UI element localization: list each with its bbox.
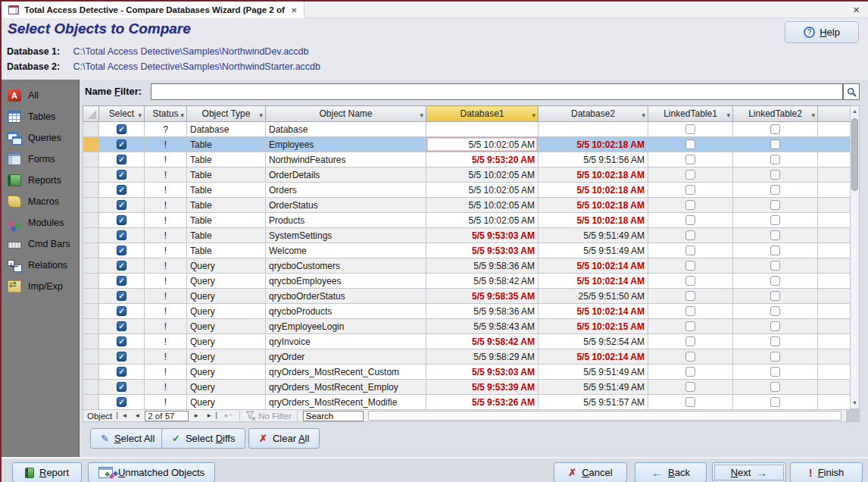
chevron-down-icon[interactable]: ▾ [642, 108, 645, 122]
object-name-cell[interactable]: qryInvoice [266, 334, 426, 349]
linkedtable2-cell[interactable] [733, 183, 818, 198]
linkedtable1-checkbox[interactable] [685, 185, 695, 195]
linkedtable2-cell[interactable] [733, 243, 818, 258]
select-checkbox[interactable] [117, 185, 126, 195]
select-diffs-button[interactable]: ✓ Select Diffs [161, 428, 245, 449]
database2-cell[interactable]: 5/5 9:51:49 AM [539, 228, 648, 243]
back-button[interactable]: ← Back [635, 462, 707, 482]
sidebar-item-forms[interactable]: Forms [2, 149, 79, 170]
linkedtable2-checkbox[interactable] [770, 367, 780, 377]
row-selector[interactable] [83, 319, 99, 334]
database2-cell[interactable]: 5/5 10:02:14 AM [539, 304, 648, 319]
object-name-cell[interactable]: NorthwindFeatures [266, 152, 426, 167]
linkedtable1-cell[interactable] [648, 274, 733, 289]
linkedtable2-checkbox[interactable] [770, 306, 780, 316]
object-name-cell[interactable]: Products [266, 213, 426, 228]
database2-cell[interactable]: 5/5 9:51:56 AM [539, 152, 648, 167]
chevron-down-icon[interactable]: ▾ [180, 108, 184, 122]
column-header-object-type[interactable]: Object Type▾ [187, 106, 266, 122]
select-cell[interactable] [99, 334, 145, 349]
chevron-down-icon[interactable]: ▾ [726, 108, 730, 122]
database1-cell[interactable]: 5/5 10:02:05 AM [426, 183, 539, 198]
next-button[interactable]: Next → [712, 462, 786, 482]
report-button[interactable]: Report [12, 462, 82, 482]
linkedtable2-checkbox[interactable] [770, 276, 780, 286]
linkedtable1-checkbox[interactable] [685, 215, 695, 225]
linkedtable2-checkbox[interactable] [770, 382, 780, 392]
linkedtable2-cell[interactable] [733, 122, 818, 137]
select-cell[interactable] [99, 213, 145, 228]
linkedtable2-cell[interactable] [733, 334, 818, 349]
object-name-cell[interactable]: qrycboEmployees [266, 274, 426, 289]
select-checkbox[interactable] [117, 276, 126, 286]
linkedtable1-checkbox[interactable] [685, 124, 695, 134]
linkedtable1-cell[interactable] [648, 198, 733, 213]
sidebar-item-all[interactable]: All [2, 85, 79, 106]
linkedtable2-checkbox[interactable] [770, 200, 780, 210]
linkedtable2-checkbox[interactable] [770, 261, 780, 271]
row-selector[interactable] [83, 152, 99, 167]
row-selector[interactable] [83, 258, 99, 274]
column-header-linkedtable2[interactable]: LinkedTable2▾ [733, 106, 818, 122]
select-all-button[interactable]: ✎ Select All [90, 428, 165, 449]
linkedtable2-checkbox[interactable] [770, 124, 780, 134]
database1-cell[interactable]: 5/5 10:02:05 AM [426, 137, 539, 152]
database2-cell[interactable]: 5/5 10:02:18 AM [539, 198, 648, 213]
row-selector[interactable] [83, 198, 99, 213]
sidebar-item-cmdbars[interactable]: Cmd Bars [2, 233, 79, 255]
tab-close-icon[interactable]: × [291, 5, 297, 15]
window-close-icon[interactable]: × [853, 4, 860, 15]
select-cell[interactable] [99, 122, 145, 137]
linkedtable2-checkbox[interactable] [770, 185, 780, 195]
linkedtable2-cell[interactable] [733, 319, 818, 334]
sidebar-item-macros[interactable]: Macros [2, 191, 79, 212]
select-checkbox[interactable] [117, 352, 126, 362]
linkedtable1-cell[interactable] [648, 213, 733, 228]
linkedtable2-checkbox[interactable] [770, 336, 780, 346]
object-name-cell[interactable]: OrderStatus [266, 198, 426, 213]
linkedtable2-checkbox[interactable] [770, 215, 780, 225]
sidebar-item-relations[interactable]: Relations [2, 255, 79, 276]
select-checkbox[interactable] [117, 124, 126, 134]
linkedtable1-cell[interactable] [648, 380, 733, 395]
linkedtable2-cell[interactable] [733, 167, 818, 183]
row-selector[interactable] [83, 183, 99, 198]
linkedtable2-cell[interactable] [733, 213, 818, 228]
sidebar-item-impexp[interactable]: Imp/Exp [2, 276, 79, 297]
select-cell[interactable] [99, 319, 145, 334]
select-checkbox[interactable] [117, 170, 126, 180]
linkedtable1-checkbox[interactable] [685, 246, 695, 255]
database2-cell[interactable]: 5/5 10:02:14 AM [539, 274, 648, 289]
linkedtable1-checkbox[interactable] [685, 397, 695, 407]
database1-cell[interactable]: 5/5 9:58:36 AM [426, 304, 539, 319]
linkedtable1-checkbox[interactable] [685, 352, 695, 362]
object-name-cell[interactable]: qryOrders_MostRecent_Custom [266, 365, 426, 380]
select-checkbox[interactable] [117, 321, 126, 331]
select-cell[interactable] [99, 243, 145, 258]
object-name-cell[interactable]: SystemSettings [266, 228, 426, 243]
linkedtable2-cell[interactable] [733, 198, 818, 213]
vertical-scrollbar-thumb[interactable] [851, 118, 858, 191]
database2-cell[interactable]: 5/5 10:02:18 AM [539, 213, 648, 228]
linkedtable2-cell[interactable] [733, 349, 818, 365]
linkedtable1-checkbox[interactable] [685, 230, 695, 240]
name-filter-input[interactable] [151, 83, 843, 100]
row-selector[interactable] [83, 395, 99, 410]
linkedtable1-checkbox[interactable] [685, 139, 695, 149]
linkedtable1-checkbox[interactable] [685, 367, 695, 377]
object-name-cell[interactable]: qrycboProducts [266, 304, 426, 319]
linkedtable1-cell[interactable] [648, 243, 733, 258]
database2-cell[interactable]: 5/5 9:51:49 AM [539, 380, 648, 395]
object-name-cell[interactable]: qryOrder [266, 349, 426, 365]
database2-cell[interactable]: 5/5 9:51:49 AM [539, 365, 648, 380]
object-name-cell[interactable]: qryOrders_MostRecent_Employ [266, 380, 426, 395]
last-record-icon[interactable]: ►▕ [204, 412, 219, 419]
row-selector[interactable] [83, 289, 99, 304]
chevron-down-icon[interactable]: ▾ [532, 108, 535, 122]
row-selector[interactable] [83, 274, 99, 289]
linkedtable2-cell[interactable] [733, 152, 818, 167]
row-selector[interactable] [83, 213, 99, 228]
database2-cell[interactable]: 5/5 10:02:18 AM [539, 183, 648, 198]
linkedtable2-cell[interactable] [733, 304, 818, 319]
database1-cell[interactable]: 5/5 10:02:05 AM [426, 167, 539, 183]
